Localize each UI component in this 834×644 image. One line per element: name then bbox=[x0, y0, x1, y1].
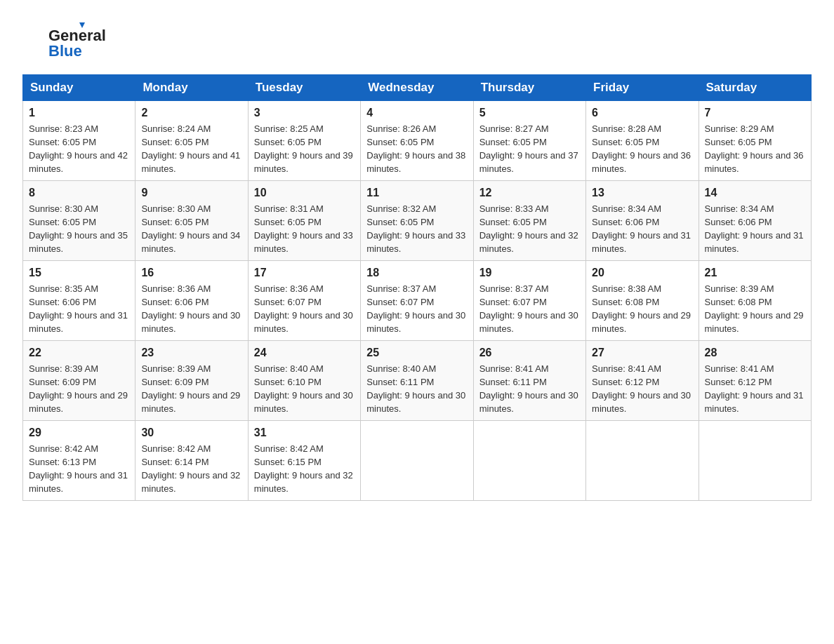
calendar-cell bbox=[699, 420, 811, 500]
calendar-table: SundayMondayTuesdayWednesdayThursdayFrid… bbox=[22, 74, 812, 501]
day-info: Sunrise: 8:41 AMSunset: 6:12 PMDaylight:… bbox=[592, 363, 691, 414]
day-info: Sunrise: 8:24 AMSunset: 6:05 PMDaylight:… bbox=[141, 123, 240, 174]
calendar-cell: 7 Sunrise: 8:29 AMSunset: 6:05 PMDayligh… bbox=[699, 101, 811, 181]
calendar-cell: 13 Sunrise: 8:34 AMSunset: 6:06 PMDaylig… bbox=[586, 180, 699, 260]
day-info: Sunrise: 8:39 AMSunset: 6:09 PMDaylight:… bbox=[141, 363, 240, 414]
day-info: Sunrise: 8:33 AMSunset: 6:05 PMDaylight:… bbox=[479, 203, 578, 254]
day-info: Sunrise: 8:39 AMSunset: 6:09 PMDaylight:… bbox=[29, 363, 128, 414]
calendar-cell bbox=[361, 420, 473, 500]
calendar-week-row: 15 Sunrise: 8:35 AMSunset: 6:06 PMDaylig… bbox=[23, 260, 812, 340]
day-number: 14 bbox=[705, 185, 805, 201]
calendar-week-row: 1 Sunrise: 8:23 AMSunset: 6:05 PMDayligh… bbox=[23, 101, 812, 181]
calendar-week-row: 22 Sunrise: 8:39 AMSunset: 6:09 PMDaylig… bbox=[23, 340, 812, 420]
day-number: 8 bbox=[29, 185, 129, 201]
day-info: Sunrise: 8:25 AMSunset: 6:05 PMDaylight:… bbox=[254, 123, 353, 174]
logo-icon: General Blue bbox=[22, 17, 114, 59]
day-number: 6 bbox=[592, 105, 692, 121]
day-info: Sunrise: 8:30 AMSunset: 6:05 PMDaylight:… bbox=[141, 203, 240, 254]
day-info: Sunrise: 8:32 AMSunset: 6:05 PMDaylight:… bbox=[366, 203, 465, 254]
calendar-cell: 29 Sunrise: 8:42 AMSunset: 6:13 PMDaylig… bbox=[23, 420, 135, 500]
day-number: 31 bbox=[254, 425, 355, 441]
day-number: 17 bbox=[254, 265, 355, 281]
calendar-cell: 16 Sunrise: 8:36 AMSunset: 6:06 PMDaylig… bbox=[135, 260, 248, 340]
calendar-cell: 3 Sunrise: 8:25 AMSunset: 6:05 PMDayligh… bbox=[248, 101, 360, 181]
day-number: 28 bbox=[705, 345, 805, 361]
day-number: 9 bbox=[141, 185, 241, 201]
calendar-cell: 1 Sunrise: 8:23 AMSunset: 6:05 PMDayligh… bbox=[23, 101, 135, 181]
calendar-cell: 24 Sunrise: 8:40 AMSunset: 6:10 PMDaylig… bbox=[248, 340, 360, 420]
day-number: 20 bbox=[592, 265, 692, 281]
calendar-cell: 15 Sunrise: 8:35 AMSunset: 6:06 PMDaylig… bbox=[23, 260, 135, 340]
calendar-cell: 31 Sunrise: 8:42 AMSunset: 6:15 PMDaylig… bbox=[248, 420, 360, 500]
day-number: 3 bbox=[254, 105, 355, 121]
day-number: 5 bbox=[479, 105, 580, 121]
day-number: 7 bbox=[705, 105, 805, 121]
day-number: 1 bbox=[29, 105, 129, 121]
calendar-cell: 20 Sunrise: 8:38 AMSunset: 6:08 PMDaylig… bbox=[586, 260, 699, 340]
calendar-cell: 19 Sunrise: 8:37 AMSunset: 6:07 PMDaylig… bbox=[473, 260, 585, 340]
day-number: 19 bbox=[479, 265, 580, 281]
day-number: 23 bbox=[141, 345, 241, 361]
calendar-cell: 21 Sunrise: 8:39 AMSunset: 6:08 PMDaylig… bbox=[699, 260, 811, 340]
day-number: 24 bbox=[254, 345, 355, 361]
day-info: Sunrise: 8:29 AMSunset: 6:05 PMDaylight:… bbox=[705, 123, 804, 174]
day-info: Sunrise: 8:23 AMSunset: 6:05 PMDaylight:… bbox=[29, 123, 128, 174]
column-header-saturday: Saturday bbox=[699, 75, 811, 101]
day-number: 27 bbox=[592, 345, 692, 361]
day-info: Sunrise: 8:39 AMSunset: 6:08 PMDaylight:… bbox=[705, 283, 804, 334]
day-info: Sunrise: 8:42 AMSunset: 6:15 PMDaylight:… bbox=[254, 443, 353, 494]
day-number: 22 bbox=[29, 345, 129, 361]
day-number: 12 bbox=[479, 185, 580, 201]
day-info: Sunrise: 8:34 AMSunset: 6:06 PMDaylight:… bbox=[705, 203, 804, 254]
day-number: 2 bbox=[141, 105, 241, 121]
day-info: Sunrise: 8:40 AMSunset: 6:11 PMDaylight:… bbox=[366, 363, 465, 414]
day-info: Sunrise: 8:27 AMSunset: 6:05 PMDaylight:… bbox=[479, 123, 578, 174]
calendar-cell: 5 Sunrise: 8:27 AMSunset: 6:05 PMDayligh… bbox=[473, 101, 585, 181]
day-number: 25 bbox=[366, 345, 467, 361]
column-header-wednesday: Wednesday bbox=[361, 75, 473, 101]
column-header-monday: Monday bbox=[135, 75, 248, 101]
day-info: Sunrise: 8:34 AMSunset: 6:06 PMDaylight:… bbox=[592, 203, 691, 254]
calendar-week-row: 29 Sunrise: 8:42 AMSunset: 6:13 PMDaylig… bbox=[23, 420, 812, 500]
day-number: 4 bbox=[366, 105, 467, 121]
calendar-cell: 22 Sunrise: 8:39 AMSunset: 6:09 PMDaylig… bbox=[23, 340, 135, 420]
calendar-cell: 23 Sunrise: 8:39 AMSunset: 6:09 PMDaylig… bbox=[135, 340, 248, 420]
day-number: 18 bbox=[366, 265, 467, 281]
day-info: Sunrise: 8:30 AMSunset: 6:05 PMDaylight:… bbox=[29, 203, 128, 254]
page-header: General Blue bbox=[22, 17, 812, 62]
day-number: 13 bbox=[592, 185, 692, 201]
day-number: 10 bbox=[254, 185, 355, 201]
day-info: Sunrise: 8:40 AMSunset: 6:10 PMDaylight:… bbox=[254, 363, 353, 414]
svg-text:Blue: Blue bbox=[48, 42, 82, 59]
calendar-cell: 14 Sunrise: 8:34 AMSunset: 6:06 PMDaylig… bbox=[699, 180, 811, 260]
calendar-cell: 10 Sunrise: 8:31 AMSunset: 6:05 PMDaylig… bbox=[248, 180, 360, 260]
day-number: 16 bbox=[141, 265, 241, 281]
calendar-cell: 8 Sunrise: 8:30 AMSunset: 6:05 PMDayligh… bbox=[23, 180, 135, 260]
logo: General Blue bbox=[22, 17, 114, 62]
column-header-sunday: Sunday bbox=[23, 75, 135, 101]
calendar-cell: 12 Sunrise: 8:33 AMSunset: 6:05 PMDaylig… bbox=[473, 180, 585, 260]
calendar-cell: 18 Sunrise: 8:37 AMSunset: 6:07 PMDaylig… bbox=[361, 260, 473, 340]
day-info: Sunrise: 8:37 AMSunset: 6:07 PMDaylight:… bbox=[366, 283, 465, 334]
calendar-cell: 9 Sunrise: 8:30 AMSunset: 6:05 PMDayligh… bbox=[135, 180, 248, 260]
day-number: 11 bbox=[366, 185, 467, 201]
column-header-tuesday: Tuesday bbox=[248, 75, 360, 101]
calendar-week-row: 8 Sunrise: 8:30 AMSunset: 6:05 PMDayligh… bbox=[23, 180, 812, 260]
day-info: Sunrise: 8:37 AMSunset: 6:07 PMDaylight:… bbox=[479, 283, 578, 334]
day-info: Sunrise: 8:31 AMSunset: 6:05 PMDaylight:… bbox=[254, 203, 353, 254]
day-info: Sunrise: 8:42 AMSunset: 6:13 PMDaylight:… bbox=[29, 443, 128, 494]
calendar-cell bbox=[586, 420, 699, 500]
day-number: 29 bbox=[29, 425, 129, 441]
day-info: Sunrise: 8:28 AMSunset: 6:05 PMDaylight:… bbox=[592, 123, 691, 174]
day-info: Sunrise: 8:41 AMSunset: 6:11 PMDaylight:… bbox=[479, 363, 578, 414]
calendar-cell: 11 Sunrise: 8:32 AMSunset: 6:05 PMDaylig… bbox=[361, 180, 473, 260]
day-number: 30 bbox=[141, 425, 241, 441]
day-number: 21 bbox=[705, 265, 805, 281]
calendar-cell: 17 Sunrise: 8:36 AMSunset: 6:07 PMDaylig… bbox=[248, 260, 360, 340]
day-info: Sunrise: 8:42 AMSunset: 6:14 PMDaylight:… bbox=[141, 443, 240, 494]
calendar-cell: 26 Sunrise: 8:41 AMSunset: 6:11 PMDaylig… bbox=[473, 340, 585, 420]
calendar-cell: 2 Sunrise: 8:24 AMSunset: 6:05 PMDayligh… bbox=[135, 101, 248, 181]
day-info: Sunrise: 8:36 AMSunset: 6:06 PMDaylight:… bbox=[141, 283, 240, 334]
calendar-cell: 27 Sunrise: 8:41 AMSunset: 6:12 PMDaylig… bbox=[586, 340, 699, 420]
day-info: Sunrise: 8:35 AMSunset: 6:06 PMDaylight:… bbox=[29, 283, 128, 334]
